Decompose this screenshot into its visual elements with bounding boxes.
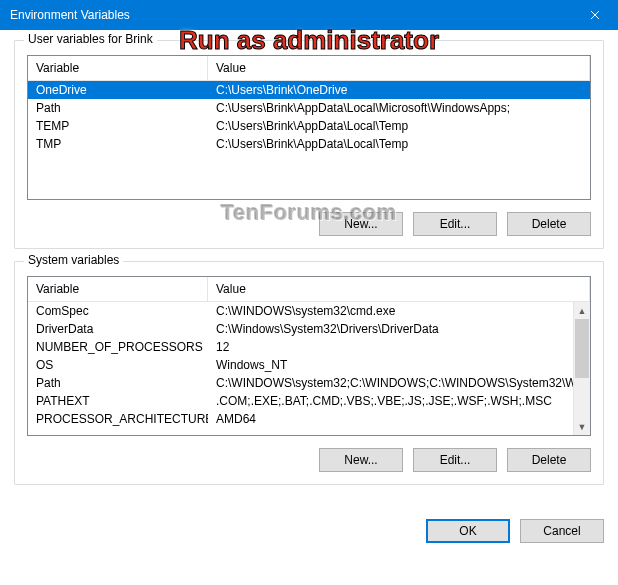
cancel-button[interactable]: Cancel <box>520 519 604 543</box>
system-list-header: Variable Value <box>28 277 590 302</box>
variable-name: OneDrive <box>28 81 208 99</box>
window-title: Environment Variables <box>10 8 130 22</box>
table-row[interactable]: NUMBER_OF_PROCESSORS12 <box>28 338 573 356</box>
user-new-button[interactable]: New... <box>319 212 403 236</box>
variable-name: Path <box>28 99 208 117</box>
variable-value: 12 <box>208 338 573 356</box>
variable-name: DriverData <box>28 320 208 338</box>
close-button[interactable] <box>572 0 618 30</box>
system-col-variable[interactable]: Variable <box>28 277 208 301</box>
dialog-footer: OK Cancel <box>0 511 618 557</box>
table-row[interactable]: TEMPC:\Users\Brink\AppData\Local\Temp <box>28 117 590 135</box>
variable-value: C:\WINDOWS\system32;C:\WINDOWS;C:\WINDOW… <box>208 374 573 392</box>
scroll-thumb[interactable] <box>575 319 589 378</box>
user-list-header: Variable Value <box>28 56 590 81</box>
variable-name: Path <box>28 374 208 392</box>
variable-name: OS <box>28 356 208 374</box>
system-scrollbar[interactable]: ▲ ▼ <box>573 302 590 435</box>
scroll-up-icon[interactable]: ▲ <box>574 302 590 319</box>
variable-value: AMD64 <box>208 410 573 428</box>
table-row[interactable]: DriverDataC:\Windows\System32\Drivers\Dr… <box>28 320 573 338</box>
table-row[interactable]: PathC:\WINDOWS\system32;C:\WINDOWS;C:\WI… <box>28 374 573 392</box>
user-col-variable[interactable]: Variable <box>28 56 208 80</box>
system-variables-list[interactable]: Variable Value ComSpecC:\WINDOWS\system3… <box>27 276 591 436</box>
user-group-legend: User variables for Brink <box>24 32 157 46</box>
variable-value: C:\Users\Brink\AppData\Local\Temp <box>208 117 590 135</box>
variable-value: C:\Users\Brink\AppData\Local\Microsoft\W… <box>208 99 590 117</box>
user-delete-button[interactable]: Delete <box>507 212 591 236</box>
titlebar: Environment Variables <box>0 0 618 30</box>
scroll-down-icon[interactable]: ▼ <box>574 418 590 435</box>
system-delete-button[interactable]: Delete <box>507 448 591 472</box>
variable-value: C:\WINDOWS\system32\cmd.exe <box>208 302 573 320</box>
variable-name: PATHEXT <box>28 392 208 410</box>
table-row[interactable]: ComSpecC:\WINDOWS\system32\cmd.exe <box>28 302 573 320</box>
variable-name: ComSpec <box>28 302 208 320</box>
variable-value: C:\Users\Brink\OneDrive <box>208 81 590 99</box>
table-row[interactable]: TMPC:\Users\Brink\AppData\Local\Temp <box>28 135 590 153</box>
close-icon <box>590 10 600 20</box>
scroll-track[interactable] <box>574 319 590 418</box>
variable-name: TMP <box>28 135 208 153</box>
user-edit-button[interactable]: Edit... <box>413 212 497 236</box>
system-col-value[interactable]: Value <box>208 277 590 301</box>
table-row[interactable]: PROCESSOR_ARCHITECTUREAMD64 <box>28 410 573 428</box>
system-group-legend: System variables <box>24 253 123 267</box>
table-row[interactable]: OneDriveC:\Users\Brink\OneDrive <box>28 81 590 99</box>
system-new-button[interactable]: New... <box>319 448 403 472</box>
variable-name: TEMP <box>28 117 208 135</box>
variable-value: Windows_NT <box>208 356 573 374</box>
variable-name: PROCESSOR_ARCHITECTURE <box>28 410 208 428</box>
table-row[interactable]: PathC:\Users\Brink\AppData\Local\Microso… <box>28 99 590 117</box>
system-edit-button[interactable]: Edit... <box>413 448 497 472</box>
variable-value: .COM;.EXE;.BAT;.CMD;.VBS;.VBE;.JS;.JSE;.… <box>208 392 573 410</box>
variable-value: C:\Windows\System32\Drivers\DriverData <box>208 320 573 338</box>
variable-value: C:\Users\Brink\AppData\Local\Temp <box>208 135 590 153</box>
user-col-value[interactable]: Value <box>208 56 590 80</box>
system-variables-group: System variables Variable Value ComSpecC… <box>14 261 604 485</box>
variable-name: NUMBER_OF_PROCESSORS <box>28 338 208 356</box>
user-variables-group: User variables for Brink Variable Value … <box>14 40 604 249</box>
table-row[interactable]: OSWindows_NT <box>28 356 573 374</box>
user-variables-list[interactable]: Variable Value OneDriveC:\Users\Brink\On… <box>27 55 591 200</box>
ok-button[interactable]: OK <box>426 519 510 543</box>
dialog-body: User variables for Brink Variable Value … <box>0 30 618 511</box>
table-row[interactable]: PATHEXT.COM;.EXE;.BAT;.CMD;.VBS;.VBE;.JS… <box>28 392 573 410</box>
